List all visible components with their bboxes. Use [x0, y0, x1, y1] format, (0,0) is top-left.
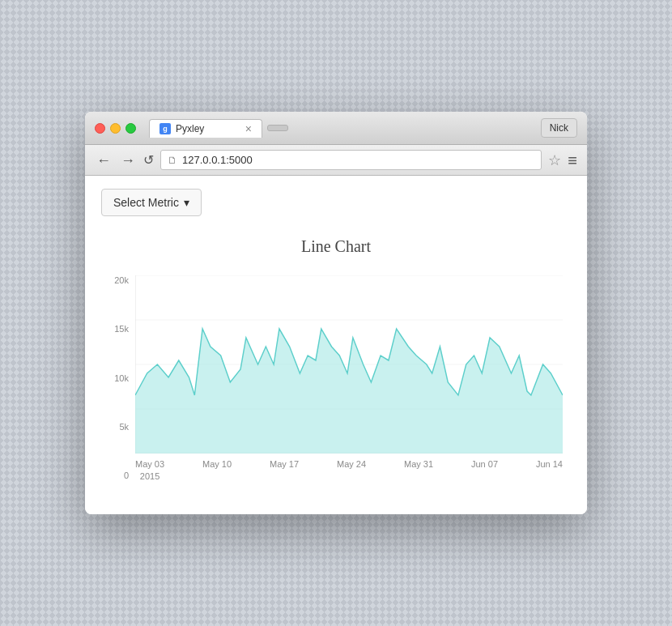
y-label: 15k [114, 324, 129, 334]
y-axis: 0 5k 10k 15k 20k [109, 275, 135, 482]
x-label: May 03 2015 [135, 458, 164, 482]
user-button[interactable]: Nick [541, 118, 577, 138]
browser-tab[interactable]: g Pyxley × [149, 119, 262, 138]
forward-button[interactable]: → [119, 153, 137, 168]
address-bar-input[interactable]: 🗋 127.0.0.1:5000 [160, 150, 542, 170]
browser-window: g Pyxley × Nick ← → ↺ 🗋 127.0.0.1:5000 ☆… [85, 112, 587, 514]
y-label: 10k [114, 373, 129, 383]
x-label: May 10 [202, 458, 232, 482]
bookmark-icon[interactable]: ☆ [548, 151, 561, 169]
x-label: May 31 [404, 458, 433, 482]
tab-area: g Pyxley × [149, 119, 534, 138]
title-bar: g Pyxley × Nick [85, 112, 587, 145]
chart-main: May 03 2015 May 10 May 17 May 24 May 31 … [135, 275, 563, 482]
select-metric-button[interactable]: Select Metric ▾ [101, 189, 202, 216]
y-label: 5k [119, 422, 129, 432]
x-label: May 24 [337, 458, 366, 482]
x-axis: May 03 2015 May 10 May 17 May 24 May 31 … [135, 454, 563, 482]
line-chart-svg [135, 275, 563, 454]
maximize-button[interactable] [125, 123, 136, 134]
address-bar: ← → ↺ 🗋 127.0.0.1:5000 ☆ ≡ [85, 145, 587, 176]
new-tab-button[interactable] [267, 125, 288, 131]
y-label: 0 [124, 471, 129, 480]
close-button[interactable] [95, 123, 105, 134]
chart-area: 0 5k 10k 15k 20k [109, 275, 563, 482]
x-label: Jun 07 [471, 458, 498, 482]
tab-close-icon[interactable]: × [245, 123, 252, 134]
page-content: Select Metric ▾ Line Chart 0 5k 10k 15k … [85, 176, 587, 514]
back-button[interactable]: ← [95, 153, 113, 168]
dropdown-icon: ▾ [184, 196, 189, 209]
select-metric-label: Select Metric [113, 196, 179, 209]
address-text: 127.0.0.1:5000 [182, 154, 253, 166]
page-icon: 🗋 [168, 155, 177, 166]
menu-icon[interactable]: ≡ [568, 152, 577, 168]
minimize-button[interactable] [110, 123, 121, 134]
traffic-lights [95, 123, 136, 134]
chart-container: Line Chart 0 5k 10k 15k 20k [101, 229, 571, 490]
tab-title: Pyxley [176, 123, 240, 134]
x-label: May 17 [270, 458, 299, 482]
tab-favicon: g [159, 123, 171, 134]
chart-title: Line Chart [109, 237, 563, 256]
refresh-button[interactable]: ↺ [143, 152, 154, 168]
y-label: 20k [114, 275, 129, 285]
x-label: Jun 14 [536, 458, 563, 482]
